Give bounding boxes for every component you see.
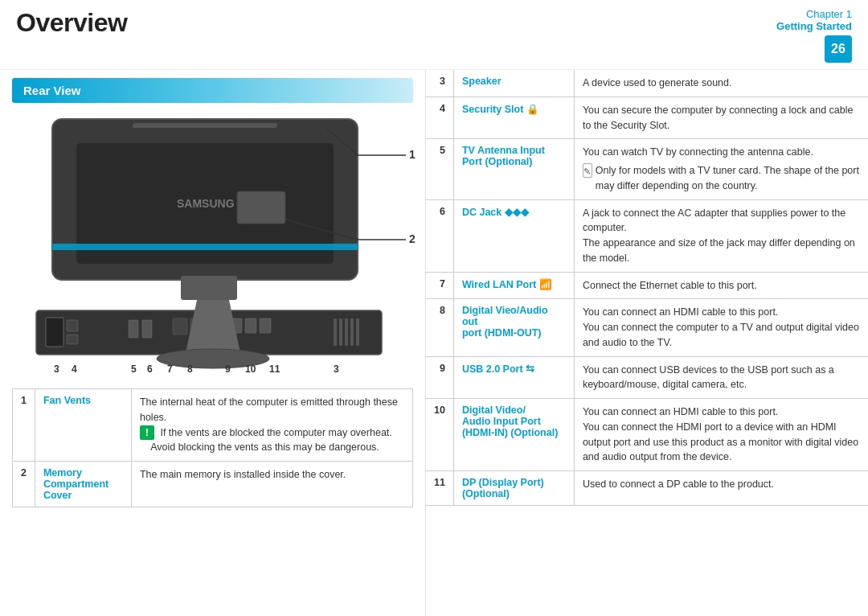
- page-number: 26: [825, 35, 852, 63]
- item-desc: You can connect an HDMI cable to this po…: [574, 399, 868, 471]
- svg-rect-1: [133, 123, 277, 128]
- item-number: 5: [426, 139, 453, 199]
- item-label: Wired LAN Port 📶: [453, 272, 574, 299]
- item-desc: You can secure the computer by connectin…: [574, 97, 868, 139]
- table-row: 4 Security Slot 🔒 You can secure the com…: [426, 97, 868, 139]
- table-row: 5 TV Antenna InputPort (Optional) You ca…: [426, 139, 868, 199]
- svg-rect-23: [356, 318, 359, 346]
- item-desc: You can watch TV by connecting the anten…: [574, 139, 868, 199]
- svg-text:11: 11: [269, 363, 280, 375]
- page-header: Overview Chapter 1 Getting Started 26: [0, 0, 868, 70]
- item-label: Security Slot 🔒: [453, 97, 574, 139]
- svg-rect-13: [173, 318, 187, 335]
- svg-rect-18: [260, 318, 271, 333]
- svg-rect-20: [339, 318, 342, 346]
- table-row: 8 Digital Vieo/Audio outport (HDMI-OUT) …: [426, 299, 868, 356]
- table-row: 6 DC Jack ◆◆◆ A jack to connect the AC a…: [426, 199, 868, 272]
- table-row: 11 DP (Display Port)(Optional) Used to c…: [426, 471, 868, 506]
- svg-rect-4: [237, 191, 285, 224]
- item-desc: A device used to generate sound.: [574, 70, 868, 97]
- item-number: 6: [426, 199, 453, 272]
- svg-rect-5: [181, 276, 237, 300]
- svg-text:4: 4: [72, 363, 77, 375]
- item-desc: You can connect an HDMI cable to this po…: [574, 299, 868, 356]
- item-number: 4: [426, 97, 453, 139]
- svg-marker-24: [185, 300, 241, 356]
- svg-text:7: 7: [167, 363, 173, 375]
- item-number: 8: [426, 299, 453, 356]
- svg-rect-11: [129, 320, 138, 338]
- item-number: 9: [426, 356, 453, 399]
- getting-started-label: Getting Started: [776, 20, 852, 32]
- item-label: DP (Display Port)(Optional): [453, 471, 574, 506]
- item-label: Speaker: [453, 70, 574, 97]
- svg-text:9: 9: [225, 363, 231, 375]
- main-content: Rear View SAMSUNG: [0, 70, 868, 616]
- left-panel: Rear View SAMSUNG: [0, 70, 426, 616]
- page-title: Overview: [16, 8, 127, 38]
- item-desc: The main memory is installed inside the …: [131, 462, 412, 507]
- item-number: 10: [426, 399, 453, 471]
- svg-text:5: 5: [131, 363, 137, 375]
- item-desc: You can connect USB devices to the USB p…: [574, 356, 868, 399]
- item-number: 3: [426, 70, 453, 97]
- table-row: 1 Fan Vents The internal heat of the com…: [13, 389, 413, 462]
- right-items-table: 3 Speaker A device used to generate soun…: [426, 70, 868, 506]
- note-icon: ✎: [583, 163, 592, 178]
- svg-text:6: 6: [147, 363, 153, 375]
- item-desc: Used to connect a DP cable to the produc…: [574, 471, 868, 506]
- item-number: 7: [426, 272, 453, 299]
- item-label: TV Antenna InputPort (Optional): [453, 139, 574, 199]
- svg-text:8: 8: [187, 363, 193, 375]
- warning-icon: !: [140, 425, 154, 440]
- svg-text:10: 10: [245, 363, 256, 375]
- svg-rect-19: [334, 318, 337, 346]
- item-number: 2: [13, 462, 35, 507]
- item-number: 1: [13, 389, 35, 462]
- svg-text:1: 1: [409, 148, 416, 161]
- svg-rect-8: [46, 318, 63, 347]
- svg-rect-22: [350, 318, 354, 346]
- bottom-items-table: 1 Fan Vents The internal heat of the com…: [12, 388, 413, 507]
- svg-rect-12: [142, 320, 152, 338]
- item-desc: Connect the Ethernet cable to this port.: [574, 272, 868, 299]
- svg-text:2: 2: [409, 232, 416, 245]
- table-row: 7 Wired LAN Port 📶 Connect the Ethernet …: [426, 272, 868, 299]
- table-row: 9 USB 2.0 Port ⇆ You can connect USB dev…: [426, 356, 868, 399]
- item-desc: A jack to connect the AC adapter that su…: [574, 199, 868, 272]
- chapter-label: Chapter 1: [806, 8, 852, 20]
- svg-rect-10: [67, 335, 78, 344]
- item-desc: The internal heat of the computer is emi…: [131, 389, 412, 462]
- svg-text:SAMSUNG: SAMSUNG: [177, 197, 235, 210]
- table-row: 2 MemoryCompartment Cover The main memor…: [13, 462, 413, 507]
- device-diagram: SAMSUNG: [12, 111, 413, 384]
- svg-rect-6: [52, 244, 358, 250]
- svg-text:3: 3: [54, 363, 59, 375]
- right-panel: 3 Speaker A device used to generate soun…: [426, 70, 868, 616]
- item-label: MemoryCompartment Cover: [35, 462, 131, 507]
- svg-rect-17: [245, 318, 256, 333]
- item-label: Digital Video/Audio Input Port(HDMI-IN) …: [453, 399, 574, 471]
- note-text: Only for models with a TV tuner card. Th…: [596, 163, 860, 194]
- svg-rect-9: [67, 320, 78, 331]
- item-label: DC Jack ◆◆◆: [453, 199, 574, 272]
- chapter-badge: Chapter 1 Getting Started 26: [776, 8, 852, 63]
- item-label: Fan Vents: [35, 389, 131, 462]
- table-row: 3 Speaker A device used to generate soun…: [426, 70, 868, 97]
- item-number: 11: [426, 471, 453, 506]
- item-label: Digital Vieo/Audio outport (HDMI-OUT): [453, 299, 574, 356]
- svg-text:3: 3: [334, 363, 339, 375]
- item-label: USB 2.0 Port ⇆: [453, 356, 574, 399]
- section-header: Rear View: [12, 78, 413, 103]
- svg-rect-21: [345, 318, 348, 346]
- table-row: 10 Digital Video/Audio Input Port(HDMI-I…: [426, 399, 868, 471]
